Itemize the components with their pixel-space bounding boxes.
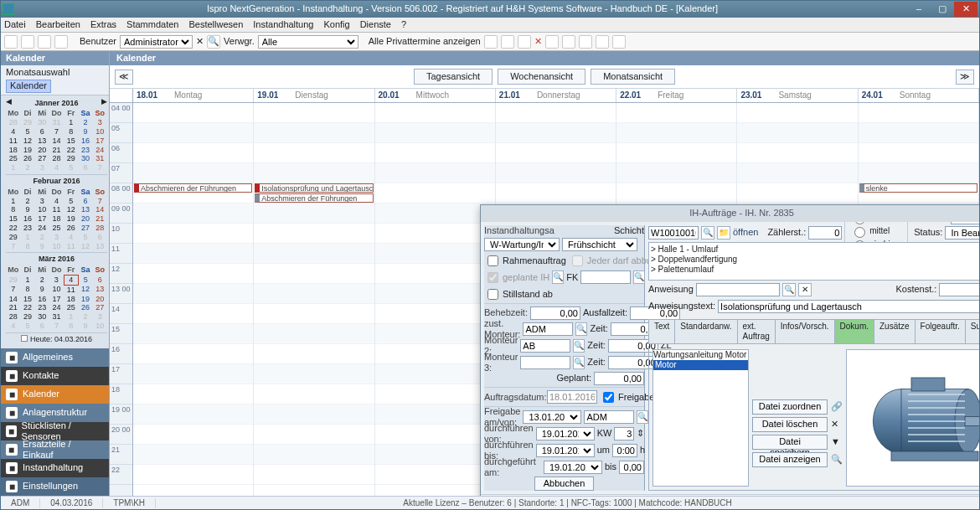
verwgr-select[interactable]: Alle <box>258 35 358 49</box>
code-input[interactable] <box>648 226 699 240</box>
search-icon[interactable]: 🔍 <box>573 339 585 353</box>
view-button[interactable]: Tagesansicht <box>414 69 493 85</box>
rahmenauftrag-checkbox[interactable] <box>487 255 498 266</box>
nav-item[interactable]: ◼Instandhaltung <box>1 459 109 477</box>
doc-action-icon[interactable]: ▼ <box>831 436 840 447</box>
search-icon[interactable]: 🔍 <box>701 226 714 240</box>
dam-select[interactable]: 19.01.2016 <box>544 461 602 474</box>
menu-item[interactable]: Dienste <box>360 19 391 30</box>
prio-radio[interactable] <box>854 227 865 238</box>
schicht-select[interactable]: Frühschicht <box>562 238 637 251</box>
nav-item[interactable]: ◼Ersatzteile / Einkauf <box>1 440 109 459</box>
day-header[interactable]: 19.01Dienstag <box>254 89 374 102</box>
menu-item[interactable]: Stammdaten <box>126 19 178 30</box>
anweisungstext-input[interactable] <box>718 300 979 313</box>
tab[interactable]: Zusätze <box>874 319 916 343</box>
document-list[interactable]: Wartungsanleitung MotorMotor <box>652 349 749 487</box>
stillstand-checkbox[interactable] <box>487 289 498 300</box>
dbis-select[interactable]: 19.01.2016 <box>536 444 595 457</box>
menu-item[interactable]: ? <box>401 19 406 30</box>
geplant-input[interactable] <box>594 372 644 385</box>
menu-item[interactable]: Instandhaltung <box>253 19 313 30</box>
doc-action-icon[interactable]: 🔗 <box>831 401 843 412</box>
delete-icon[interactable]: ✕ <box>534 36 542 47</box>
calendar-chip[interactable]: Kalender <box>6 80 51 92</box>
location-tree[interactable]: > Halle 1 - Umlauf > Doppelwandfertigung… <box>648 242 979 281</box>
search-icon[interactable]: 🔍 <box>207 35 220 49</box>
anweisung-input[interactable] <box>696 283 780 296</box>
search-icon[interactable]: 🔍 <box>573 356 585 369</box>
freigabe-by-input[interactable] <box>584 410 634 424</box>
monteur2-input[interactable] <box>520 339 570 353</box>
maximize-button[interactable]: ▢ <box>931 2 954 17</box>
nav-item[interactable]: ◼Kontakte <box>1 367 109 385</box>
doc-action-button[interactable]: Datei zuordnen <box>752 399 828 415</box>
calendar-event[interactable]: Abschmieren der Führungen <box>134 183 252 193</box>
ursache-select[interactable] <box>951 222 979 224</box>
zmonteur-input[interactable] <box>523 322 573 336</box>
behebzeit-input[interactable] <box>530 307 580 320</box>
prev-month-icon[interactable]: ◀ <box>6 97 12 110</box>
dvon-select[interactable]: 19.01.2016 <box>536 427 595 440</box>
toolbar-icon[interactable] <box>54 35 68 49</box>
fk-input[interactable] <box>580 270 631 284</box>
nav-item[interactable]: ◼Anlagenstruktur <box>1 404 109 422</box>
menu-item[interactable]: Bearbeiten <box>36 19 80 30</box>
nav-item[interactable]: ◼Einstellungen <box>1 477 109 496</box>
document-item[interactable]: Wartungsanleitung Motor <box>653 350 748 360</box>
kostenst-input[interactable] <box>939 283 979 296</box>
scroll-left-button[interactable]: ≪ <box>115 70 133 85</box>
day-column[interactable]: Abschmieren der Führungen <box>133 103 254 496</box>
calendar-event[interactable]: Abschmieren der Führungen <box>255 193 373 203</box>
tool-icon[interactable] <box>612 35 626 49</box>
iha-select[interactable]: W-Wartung/Inspekt <box>484 238 560 251</box>
tab[interactable]: Standardanw. <box>674 319 737 343</box>
doc-action-button[interactable]: Datei anzeigen <box>752 452 828 467</box>
clear-icon[interactable]: ✕ <box>798 283 812 296</box>
doc-action-icon[interactable]: 🔍 <box>831 454 843 465</box>
day-header[interactable]: 20.01Mittwoch <box>375 89 496 102</box>
search-icon[interactable]: 🔍 <box>633 270 645 284</box>
calendar-event[interactable]: Isolationsprüfung und Lagertausch <box>255 183 373 193</box>
search-icon[interactable]: 🔍 <box>782 283 796 296</box>
nav-item[interactable]: ◼Allgemeines <box>1 348 109 367</box>
dam-time-input[interactable] <box>619 461 644 474</box>
minimize-button[interactable]: – <box>907 2 931 17</box>
menu-item[interactable]: Extras <box>90 19 116 30</box>
document-item[interactable]: Motor <box>653 360 748 370</box>
nav-item[interactable]: ◼Stücklisten / Sensoren <box>1 422 109 440</box>
doc-action-icon[interactable]: ✕ <box>831 419 838 430</box>
doc-action-button[interactable]: Datei löschen <box>752 417 828 432</box>
tool-icon[interactable] <box>579 35 592 49</box>
view-button[interactable]: Monatsansicht <box>591 69 675 85</box>
user-clear-icon[interactable]: ✕ <box>196 36 204 47</box>
tool-icon[interactable] <box>596 35 609 49</box>
freigabe-date-select[interactable]: 13.01.2016 <box>523 410 581 424</box>
zaehlerst-input[interactable] <box>808 226 842 240</box>
toolbar-icon[interactable] <box>38 35 51 49</box>
day-header[interactable]: 23.01Samstag <box>737 89 858 102</box>
today-label[interactable]: Heute: 04.03.2016 <box>30 335 92 343</box>
doc-action-button[interactable]: Datei speichern <box>752 435 828 450</box>
freigabe-checkbox[interactable] <box>603 392 614 403</box>
tab[interactable]: Infos/Vorsch. <box>775 319 835 343</box>
tab[interactable]: ext. Auftrag <box>737 319 776 343</box>
mini-calendar[interactable]: ◀Jänner 2016▶ MoDiMiDoFrSaSo282930311234… <box>1 95 109 346</box>
view-button[interactable]: Wochenansicht <box>498 69 585 85</box>
folder-icon[interactable]: 📁 <box>717 226 730 240</box>
user-select[interactable]: Administrator <box>120 35 193 49</box>
day-column[interactable] <box>375 103 496 496</box>
search-icon[interactable]: 🔍 <box>552 270 564 284</box>
print-icon[interactable] <box>484 35 498 49</box>
kw-stepper[interactable]: ⇕ <box>637 428 644 439</box>
kw-input[interactable] <box>614 427 634 440</box>
toolbar-icon[interactable] <box>21 35 34 49</box>
next-month-icon[interactable]: ▶ <box>101 97 107 110</box>
menu-item[interactable]: Datei <box>4 19 26 30</box>
close-button[interactable]: ✕ <box>954 2 977 17</box>
tool-icon[interactable] <box>562 35 575 49</box>
toolbar-icon[interactable] <box>4 35 18 49</box>
abbuchen-button[interactable]: Abbuchen <box>534 477 595 491</box>
nav-item[interactable]: ◼Kalender <box>1 385 109 404</box>
scroll-right-button[interactable]: ≫ <box>956 70 974 85</box>
